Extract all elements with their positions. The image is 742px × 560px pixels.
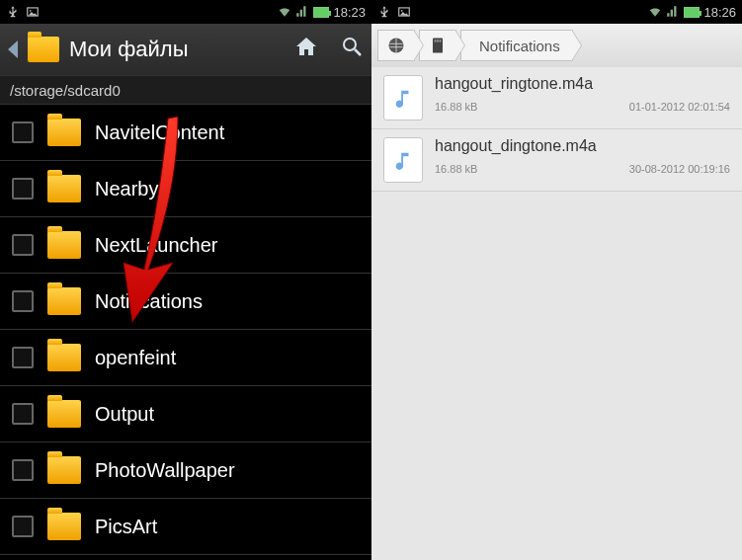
back-button[interactable] bbox=[8, 40, 18, 58]
folder-icon bbox=[47, 344, 81, 371]
audio-file-icon bbox=[383, 75, 423, 120]
checkbox[interactable] bbox=[12, 403, 34, 425]
status-time: 18:23 bbox=[333, 5, 366, 20]
signal-icon bbox=[295, 5, 309, 19]
svg-rect-10 bbox=[440, 40, 442, 42]
svg-point-1 bbox=[30, 10, 32, 12]
globe-icon bbox=[386, 36, 406, 55]
svg-line-3 bbox=[355, 49, 361, 55]
checkbox[interactable] bbox=[12, 516, 34, 537]
file-row[interactable]: hangout_ringtone.m4a16.88 kB01-01-2012 0… bbox=[371, 67, 742, 129]
checkbox[interactable] bbox=[12, 178, 34, 200]
folder-name: openfeint bbox=[95, 347, 176, 369]
folder-row[interactable]: PicsArt bbox=[0, 499, 371, 555]
file-date: 30-08-2012 00:19:16 bbox=[629, 163, 730, 175]
folder-row[interactable]: NextLauncher bbox=[0, 217, 371, 274]
folder-row[interactable]: NavitelContent bbox=[0, 105, 371, 161]
file-info: hangout_dingtone.m4a16.88 kB30-08-2012 0… bbox=[435, 137, 730, 175]
search-button[interactable] bbox=[340, 35, 364, 64]
file-row[interactable]: hangout_dingtone.m4a16.88 kB30-08-2012 0… bbox=[371, 129, 742, 192]
folder-row[interactable]: openfeint bbox=[0, 330, 371, 386]
file-name: hangout_dingtone.m4a bbox=[435, 137, 730, 155]
file-size: 16.88 kB bbox=[435, 101, 477, 113]
home-button[interactable] bbox=[294, 35, 318, 64]
folder-name: Output bbox=[95, 403, 154, 426]
folder-icon bbox=[47, 287, 81, 315]
path-text: /storage/sdcard0 bbox=[10, 82, 121, 99]
image-icon bbox=[26, 5, 40, 19]
myfiles-screen: 18:23 Мои файлы /storage/sdcard0 Navitel… bbox=[0, 0, 371, 560]
folder-icon bbox=[47, 513, 81, 540]
file-list: hangout_ringtone.m4a16.88 kB01-01-2012 0… bbox=[371, 67, 742, 192]
breadcrumb-bar: Notifications bbox=[371, 24, 742, 67]
checkbox[interactable] bbox=[12, 459, 34, 481]
folder-name: Notifications bbox=[95, 290, 203, 313]
app-header: Мои файлы bbox=[0, 24, 371, 75]
breadcrumb-storage[interactable] bbox=[419, 30, 456, 61]
breadcrumb-current[interactable]: Notifications bbox=[460, 30, 573, 61]
folder-name: NavitelContent bbox=[95, 121, 224, 144]
folder-name: PicsArt bbox=[95, 516, 157, 538]
path-bar[interactable]: /storage/sdcard0 bbox=[0, 75, 371, 105]
sdcard-icon bbox=[428, 36, 448, 55]
file-name: hangout_ringtone.m4a bbox=[435, 75, 730, 93]
folder-name: PhotoWallpaper bbox=[95, 459, 235, 482]
battery-charging-icon bbox=[684, 7, 700, 18]
folder-icon bbox=[47, 119, 81, 146]
wifi-icon bbox=[278, 5, 291, 19]
folder-icon bbox=[47, 175, 81, 202]
image-icon bbox=[397, 5, 411, 19]
folder-list: NavitelContentNearbyNextLauncherNotifica… bbox=[0, 105, 371, 555]
checkbox[interactable] bbox=[12, 234, 34, 256]
folder-icon bbox=[47, 400, 81, 428]
usb-icon bbox=[377, 5, 391, 19]
folder-icon bbox=[47, 456, 81, 484]
app-folder-icon bbox=[28, 37, 59, 62]
svg-rect-8 bbox=[435, 40, 437, 42]
checkbox[interactable] bbox=[12, 347, 34, 368]
status-bar: 18:26 bbox=[371, 0, 742, 24]
battery-charging-icon bbox=[313, 7, 329, 18]
svg-point-5 bbox=[401, 10, 403, 12]
folder-row[interactable]: Notifications bbox=[0, 274, 371, 330]
breadcrumb-label: Notifications bbox=[479, 38, 560, 54]
folder-name: NextLauncher bbox=[95, 234, 218, 257]
file-info: hangout_ringtone.m4a16.88 kB01-01-2012 0… bbox=[435, 75, 730, 113]
filemanager-screen: 18:26 Notifications hangout_ringtone.m4a… bbox=[371, 0, 742, 560]
checkbox[interactable] bbox=[12, 121, 34, 143]
status-time: 18:26 bbox=[703, 5, 736, 20]
wifi-icon bbox=[648, 5, 662, 19]
folder-name: Nearby bbox=[95, 178, 158, 200]
folder-icon bbox=[47, 231, 81, 259]
folder-row[interactable]: PhotoWallpaper bbox=[0, 442, 371, 499]
audio-file-icon bbox=[383, 137, 423, 183]
svg-rect-9 bbox=[437, 40, 439, 42]
folder-row[interactable]: Output bbox=[0, 386, 371, 442]
app-title: Мои файлы bbox=[69, 37, 188, 62]
file-date: 01-01-2012 02:01:54 bbox=[629, 101, 730, 113]
svg-point-2 bbox=[344, 39, 356, 50]
status-bar: 18:23 bbox=[0, 0, 371, 24]
breadcrumb-root[interactable] bbox=[377, 30, 415, 61]
file-size: 16.88 kB bbox=[435, 163, 477, 175]
signal-icon bbox=[666, 5, 680, 19]
usb-icon bbox=[6, 5, 20, 19]
folder-row[interactable]: Nearby bbox=[0, 161, 371, 217]
checkbox[interactable] bbox=[12, 290, 34, 312]
